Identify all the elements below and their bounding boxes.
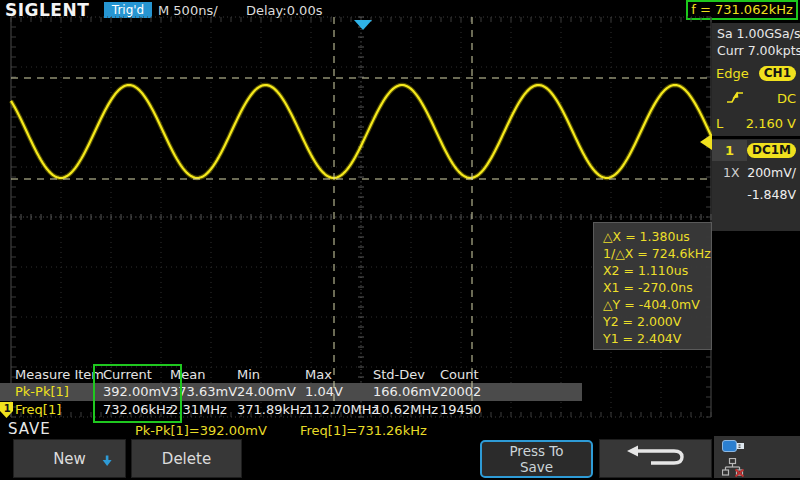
channel1-panel: 1 DC1M 1X 200mV/ -1.848V [712,139,800,231]
cursor-delta-y: △Y = -404.0mV [603,296,711,313]
acquisition-panel: Sa 1.00GSa/s Curr 7.00kpts [712,23,800,62]
siglent-logo: SIGLENT [5,0,89,20]
back-button[interactable] [599,439,712,478]
measure-table: Measure Item Current Mean Min Max Std-De… [0,366,582,419]
cursor-x2: X2 = 1.110us [603,262,711,279]
press-to-save-line1: Press To [482,443,591,459]
probe-attenuation: 1X [716,165,740,180]
cursor-delta-x: △X = 1.380us [603,228,711,245]
pkpk-readout: Pk-Pk[1]=392.00mV [135,423,267,438]
trigger-source-badge: CH1 [759,66,796,81]
trigger-position-marker [354,20,372,30]
col-std-dev: Std-Dev [373,366,440,383]
trigger-level-marker [700,134,712,150]
vertical-scale: 200mV/ [747,165,796,180]
rising-edge-icon [726,90,744,108]
measure-min: 371.89kHz [237,401,305,419]
cursor-readout-box: △X = 1.380us 1/△X = 724.6kHz X2 = 1.110u… [593,222,712,350]
frequency-counter: f = 731.062kHz [686,0,798,20]
cursor-x1: X1 = -270.0ns [603,279,711,296]
measure-name: Freq[1] [15,401,103,419]
new-button[interactable]: New [13,439,126,478]
trigger-type: Edge [716,66,749,81]
channel-offset: -1.848V [747,187,796,202]
measure-count: 20002 [440,383,510,401]
return-arrow-icon [624,443,688,475]
col-max: Max [305,366,373,383]
trigger-panel: Edge CH1 DC L 2.160 V [712,61,800,136]
trigger-delay-readout: Delay:0.00s [246,3,322,18]
press-to-save-button[interactable]: Press To Save [480,440,593,478]
measure-max: 112.70MHz [305,401,373,419]
ch1-waveform-glow [11,85,711,178]
measure-min: 24.00mV [237,383,305,401]
col-min: Min [237,366,305,383]
menu-title: SAVE [8,420,51,438]
measure-max: 1.04V [305,383,373,401]
trigger-level-value: 2.160 V [746,116,796,131]
measure-std-dev: 10.62MHz [373,401,440,419]
status-icon-panel [714,436,800,478]
lan-disconnected-icon [722,458,800,480]
col-measure-item: Measure Item [15,366,103,383]
graticule-grid [11,17,711,417]
current-column-highlight [93,364,182,423]
cursor-y1: Y1 = 2.404V [603,330,711,347]
table-row-pkpk: Pk-Pk[1] 392.00mV 373.63mV 24.00mV 1.04V… [0,383,582,401]
measure-std-dev: 166.06mV [373,383,440,401]
trigger-coupling: DC [777,91,796,106]
channel-coupling-badge: DC1M [747,143,796,158]
col-count: Count [440,366,510,383]
new-button-label: New [53,450,86,468]
measure-table-header: Measure Item Current Mean Min Max Std-De… [0,366,582,383]
channel-number: 1 [712,140,747,161]
cursor-y2: Y2 = 2.000V [603,313,711,330]
table-row-freq: Freq[1] 732.06kHz 2.31MHz 371.89kHz 112.… [0,401,582,419]
memory-depth: Curr 7.00kpts [712,42,800,59]
measure-name: Pk-Pk[1] [15,383,103,401]
timebase-readout: M 500ns/ [158,3,218,18]
freq-readout: Freq[1]=731.26kHz [300,423,427,438]
usb-drive-icon [722,438,800,457]
press-to-save-line2: Save [482,459,591,475]
measure-count: 19450 [440,401,510,419]
delete-button-label: Delete [162,450,211,468]
dropdown-arrow-icon [101,453,113,471]
delete-button[interactable]: Delete [131,439,242,478]
trigger-level-label: L [716,116,723,131]
trigger-status-badge: Trig'd [104,2,152,18]
ch1-waveform [11,85,711,178]
sample-rate: Sa 1.00GSa/s [712,25,800,42]
cursor-inv-delta-x: 1/△X = 724.6kHz [603,245,711,262]
